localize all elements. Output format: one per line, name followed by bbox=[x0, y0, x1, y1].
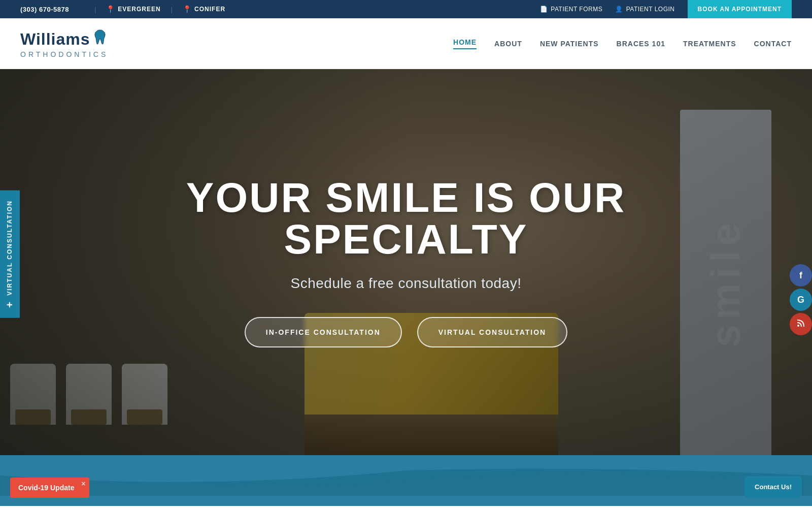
hero-buttons: IN-OFFICE CONSULTATION VIRTUAL CONSULTAT… bbox=[245, 317, 567, 347]
location-evergreen[interactable]: 📍 EVERGREEN bbox=[106, 5, 160, 13]
logo-link[interactable]: Williams ORTHODONTICS bbox=[20, 29, 108, 58]
plus-icon: + bbox=[4, 301, 16, 308]
top-bar: (303) 670-5878 | 📍 EVERGREEN | 📍 CONIFER… bbox=[0, 0, 812, 18]
pin-icon: 📍 bbox=[106, 5, 115, 13]
nav-braces-101[interactable]: BRACES 101 bbox=[617, 40, 665, 48]
social-sidebar: f G bbox=[790, 264, 812, 335]
hero-section: smile YOUR SMILE IS OUR SPECIALTY Schedu… bbox=[0, 69, 812, 455]
close-icon[interactable]: × bbox=[81, 480, 85, 488]
nav-home[interactable]: HOME bbox=[453, 38, 477, 49]
rss-icon bbox=[796, 319, 805, 330]
covid-banner[interactable]: × Covid-19 Update bbox=[10, 478, 89, 498]
nav-contact[interactable]: CONTACT bbox=[754, 40, 792, 48]
pin-icon2: 📍 bbox=[183, 5, 192, 13]
rss-button[interactable] bbox=[790, 313, 812, 335]
hero-content: YOUR SMILE IS OUR SPECIALTY Schedule a f… bbox=[0, 69, 812, 455]
svg-point-0 bbox=[797, 325, 799, 327]
book-appointment-button[interactable]: BOOK AN APPOINTMENT bbox=[688, 0, 792, 18]
google-button[interactable]: G bbox=[790, 289, 812, 311]
in-office-consultation-button[interactable]: IN-OFFICE CONSULTATION bbox=[245, 317, 402, 347]
patient-forms-link[interactable]: 📄 PATIENT FORMS bbox=[540, 6, 602, 13]
header: Williams ORTHODONTICS HOME ABOUT NEW PAT… bbox=[0, 18, 812, 69]
phone-number[interactable]: (303) 670-5878 bbox=[20, 6, 69, 13]
below-hero-section bbox=[0, 455, 812, 506]
patient-login-link[interactable]: 👤 PATIENT LOGIN bbox=[615, 6, 674, 13]
nav-new-patients[interactable]: NEW PATIENTS bbox=[540, 40, 599, 48]
user-icon: 👤 bbox=[615, 6, 623, 13]
wave-decoration bbox=[0, 465, 812, 496]
virtual-consultation-sidebar[interactable]: + VIRTUAL CONSULTATION bbox=[0, 190, 20, 318]
virtual-consult-label: VIRTUAL CONSULTATION bbox=[7, 200, 14, 296]
document-icon: 📄 bbox=[540, 6, 548, 13]
contact-us-button[interactable]: Contact Us! bbox=[745, 476, 802, 498]
divider: | bbox=[94, 6, 96, 13]
hero-subtitle: Schedule a free consultation today! bbox=[291, 275, 522, 292]
covid-text: Covid-19 Update bbox=[18, 484, 74, 492]
logo-name: Williams bbox=[20, 29, 108, 49]
logo-text: Williams ORTHODONTICS bbox=[20, 29, 108, 58]
nav-about[interactable]: ABOUT bbox=[494, 40, 522, 48]
main-nav: HOME ABOUT NEW PATIENTS BRACES 101 TREAT… bbox=[453, 38, 792, 49]
facebook-button[interactable]: f bbox=[790, 264, 812, 287]
hero-title: YOUR SMILE IS OUR SPECIALTY bbox=[101, 177, 710, 260]
logo-subtitle: ORTHODONTICS bbox=[20, 50, 108, 58]
virtual-consultation-button[interactable]: VIRTUAL CONSULTATION bbox=[417, 317, 567, 347]
nav-treatments[interactable]: TREATMENTS bbox=[683, 40, 736, 48]
top-right-links: 📄 PATIENT FORMS 👤 PATIENT LOGIN BOOK AN … bbox=[540, 0, 792, 18]
facebook-icon: f bbox=[799, 270, 802, 281]
tooth-icon bbox=[92, 29, 108, 49]
divider2: | bbox=[171, 6, 173, 13]
google-icon: G bbox=[797, 295, 804, 305]
location-conifer[interactable]: 📍 CONIFER bbox=[183, 5, 225, 13]
